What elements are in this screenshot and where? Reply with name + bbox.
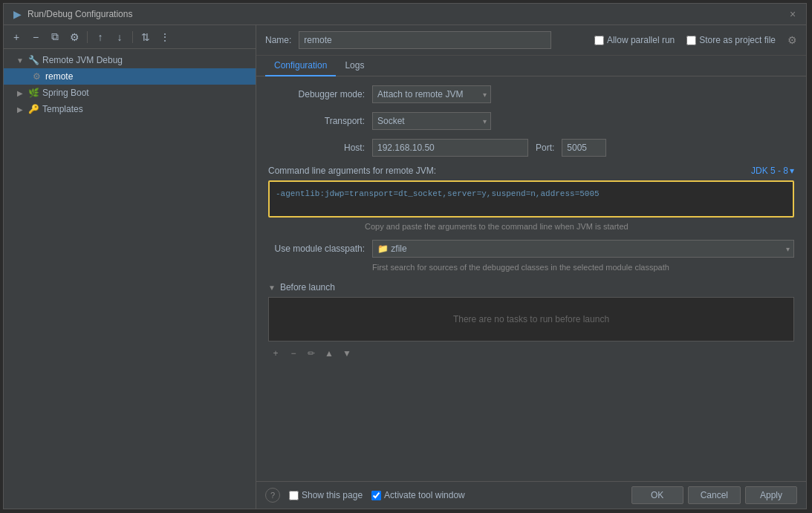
move-up-button[interactable]: ↑ [92,29,108,45]
bl-up-button[interactable]: ▲ [322,346,337,361]
before-launch-box: There are no tasks to run before launch [268,297,794,342]
cmd-args-text: -agentlib:jdwp=transport=dt_socket,serve… [276,189,600,198]
before-launch-label: Before launch [280,282,335,293]
cmd-args-label: Command line arguments for remote JVM: [268,166,436,176]
apply-button[interactable]: Apply [745,486,797,504]
host-label: Host: [268,143,365,153]
before-launch-header[interactable]: ▼ Before launch [268,282,794,293]
templates-expand-icon: ▶ [16,105,25,114]
remote-label: remote [45,71,73,82]
templates-label: Templates [42,104,83,114]
spring-expand-icon: ▶ [16,88,25,97]
debugger-mode-select-wrapper: Attach to remote JVM Listen to remote JV… [372,85,491,103]
bottom-bar-left: ? Show this page Activate tool window [265,488,465,503]
project-settings-gear-icon[interactable]: ⚙ [787,34,797,46]
tree-group-templates[interactable]: ▶ 🔑 Templates [4,101,256,117]
jdk-version-link[interactable]: JDK 5 - 8 ▾ [751,166,794,176]
allow-parallel-label: Allow parallel run [607,35,675,45]
title-bar-left: ▶ Run/Debug Configurations [11,8,132,20]
spring-icon: 🌿 [27,87,39,99]
port-input[interactable] [562,139,606,157]
tree-group-remote-jvm[interactable]: ▼ 🔧 Remote JVM Debug [4,52,256,68]
tab-configuration[interactable]: Configuration [265,56,336,76]
toolbar-separator-1 [87,31,88,43]
before-launch-section: ▼ Before launch There are no tasks to ru… [268,282,794,361]
bl-edit-button[interactable]: ✏ [304,346,319,361]
no-tasks-text: There are no tasks to run before launch [453,314,609,324]
remote-jvm-icon: 🔧 [27,54,39,66]
activate-tool-checkbox[interactable] [371,491,381,500]
before-launch-collapse-icon: ▼ [268,284,276,292]
name-field-label: Name: [265,35,291,45]
activate-tool-group: Activate tool window [371,490,465,500]
dialog-icon: ▶ [11,8,23,20]
jdk-dropdown-icon: ▾ [790,166,794,176]
tab-logs[interactable]: Logs [336,56,373,76]
tree-item-remote[interactable]: ⚙ remote [4,68,256,85]
move-down-button[interactable]: ↓ [111,29,128,45]
debugger-mode-select[interactable]: Attach to remote JVM Listen to remote JV… [372,85,491,103]
templates-icon: 🔑 [27,103,39,115]
sidebar: + − ⧉ ⚙ ↑ ↓ ⇅ ⋮ ▼ 🔧 Remote JVM Debug [4,25,256,509]
bl-down-button[interactable]: ▼ [340,346,354,361]
config-tabs: Configuration Logs [256,56,806,76]
allow-parallel-group: Allow parallel run [594,35,675,45]
host-port-row: Host: Port: [268,139,794,157]
cmd-args-section: Command line arguments for remote JVM: J… [268,166,794,231]
run-debug-dialog: ▶ Run/Debug Configurations × + − ⧉ ⚙ ↑ ↓… [3,3,807,509]
name-row: Name: Allow parallel run Store as projec… [256,25,806,56]
bl-remove-button[interactable]: − [286,346,301,361]
spring-boot-label: Spring Boot [42,88,89,98]
show-page-label: Show this page [302,490,363,500]
transport-select-wrapper: Socket Shared memory ▾ [372,112,491,130]
copy-config-button[interactable]: ⧉ [47,29,63,45]
debugger-mode-row: Debugger mode: Attach to remote JVM List… [268,85,794,103]
allow-parallel-checkbox[interactable] [594,36,604,45]
debugger-mode-label: Debugger mode: [268,89,365,99]
store-as-project-label: Store as project file [699,35,776,45]
jdk-version-text: JDK 5 - 8 [751,166,788,176]
close-button[interactable]: × [787,8,799,20]
show-page-checkbox[interactable] [289,491,299,500]
host-port-inputs: Port: [372,139,606,157]
module-classpath-hint: First search for sources of the debugged… [268,262,794,273]
options-row: Allow parallel run Store as project file… [594,34,797,46]
before-launch-toolbar: + − ✏ ▲ ▼ [268,346,794,361]
tree-group-spring-boot[interactable]: ▶ 🌿 Spring Boot [4,85,256,101]
module-classpath-label: Use module classpath: [268,244,365,254]
store-as-project-checkbox[interactable] [686,36,696,45]
name-input[interactable] [299,31,551,49]
cmd-args-box: -agentlib:jdwp=transport=dt_socket,serve… [268,180,794,218]
bottom-bar-right: OK Cancel Apply [631,486,797,504]
help-button[interactable]: ? [265,488,280,503]
store-as-project-group: Store as project file [686,35,776,45]
settings-config-button[interactable]: ⚙ [66,29,82,45]
show-page-group: Show this page [289,490,363,500]
cancel-button[interactable]: Cancel [688,486,741,504]
add-config-button[interactable]: + [8,29,25,45]
transport-select[interactable]: Socket Shared memory [372,112,491,130]
sort-button[interactable]: ⇅ [137,29,154,45]
bl-add-button[interactable]: + [268,346,283,361]
config-tree: ▼ 🔧 Remote JVM Debug ⚙ remote ▶ 🌿 Spring… [4,49,256,509]
dialog-title: Run/Debug Configurations [27,9,132,19]
config-panel: Debugger mode: Attach to remote JVM List… [256,76,806,481]
remote-config-icon: ⚙ [30,71,42,82]
module-classpath-select[interactable]: 📁 zfile [372,240,794,258]
transport-label: Transport: [268,116,365,126]
title-bar: ▶ Run/Debug Configurations × [4,4,806,25]
sidebar-toolbar: + − ⧉ ⚙ ↑ ↓ ⇅ ⋮ [4,25,256,49]
filter-button[interactable]: ⋮ [157,29,173,45]
port-label: Port: [536,143,554,153]
right-panel: Name: Allow parallel run Store as projec… [256,25,806,509]
cmd-args-header: Command line arguments for remote JVM: J… [268,166,794,176]
remote-jvm-label: Remote JVM Debug [42,55,123,65]
cmd-args-hint: Copy and paste the arguments to the comm… [268,222,794,231]
main-content: + − ⧉ ⚙ ↑ ↓ ⇅ ⋮ ▼ 🔧 Remote JVM Debug [4,25,806,509]
remove-config-button[interactable]: − [27,29,44,45]
ok-button[interactable]: OK [631,486,683,504]
host-input[interactable] [372,139,528,157]
remote-jvm-expand-icon: ▼ [16,56,25,65]
module-select-wrapper: 📁 zfile ▾ [372,240,794,258]
bottom-bar: ? Show this page Activate tool window OK… [256,481,806,509]
